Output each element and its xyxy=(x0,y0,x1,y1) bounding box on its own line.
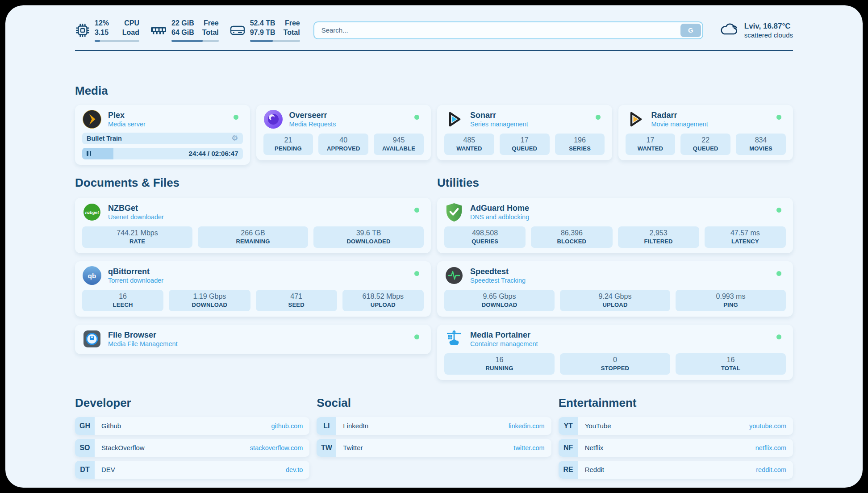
stat-box: 471 SEED xyxy=(256,290,337,311)
link-badge: GH xyxy=(75,417,95,435)
overseerr-icon xyxy=(263,109,283,129)
cpu-label: CPU xyxy=(122,19,139,28)
app-subtitle: Speedtest Tracking xyxy=(470,277,526,284)
cpu-load-label: Load xyxy=(122,28,139,38)
search-engine-button[interactable]: G xyxy=(680,24,701,37)
link-url: stackoverflow.com xyxy=(250,444,303,451)
app-subtitle: Series management xyxy=(470,121,528,128)
stat-box: 16 TOTAL xyxy=(676,353,786,375)
app-title: Plex xyxy=(108,111,146,120)
link-badge: SO xyxy=(75,439,95,457)
nzbget-icon: nzbget xyxy=(82,202,102,222)
app-title: AdGuard Home xyxy=(470,204,529,213)
dashboard-panel: 12% 3.15 CPU Load xyxy=(5,5,863,488)
topbar: 12% 3.15 CPU Load xyxy=(75,19,793,42)
cloud-icon xyxy=(719,22,739,39)
link-badge: DT xyxy=(75,461,95,479)
stat-box: 9.65 Gbps DOWNLOAD xyxy=(444,290,555,311)
status-online-dot xyxy=(414,334,419,339)
stat-box: 744.21 Mbps RATE xyxy=(82,226,192,248)
speedtest-icon xyxy=(444,266,464,285)
link-url: linkedin.com xyxy=(509,422,545,430)
link-group-social: Social LI LinkedIn linkedin.com TW Twitt… xyxy=(317,396,551,461)
link-item-reddit[interactable]: RE Reddit reddit.com xyxy=(559,461,793,479)
stat-box: 0 STOPPED xyxy=(560,353,670,375)
ram-total-label: Total xyxy=(202,28,219,38)
link-item-stackoverflow[interactable]: SO StackOverflow stackoverflow.com xyxy=(75,439,309,457)
section-documents: Documents & Files nzbget NZBGet Usenet d… xyxy=(75,176,431,354)
app-card-portainer[interactable]: Media Portainer Container management 16 … xyxy=(437,325,793,380)
link-item-netflix[interactable]: NF Netflix netflix.com xyxy=(559,439,793,457)
link-name: StackOverflow xyxy=(101,444,145,451)
playback-progress-row: 24:44 / 02:06:47 xyxy=(82,148,243,159)
stat-box: 1.19 Gbps DOWNLOAD xyxy=(169,290,250,311)
app-card-sonarr[interactable]: Sonarr Series management 485 WANTED 17 Q… xyxy=(437,105,612,160)
portainer-icon xyxy=(444,329,464,349)
status-online-dot xyxy=(414,115,419,120)
ram-icon xyxy=(150,25,167,36)
link-url: twitter.com xyxy=(513,444,544,451)
link-item-linkedin[interactable]: LI LinkedIn linkedin.com xyxy=(317,417,551,435)
weather-widget: Lviv, 16.87°C scattered clouds xyxy=(719,22,793,39)
section-title-entertainment: Entertainment xyxy=(559,396,793,410)
app-subtitle: Media server xyxy=(108,121,146,128)
status-online-dot xyxy=(414,271,419,276)
app-card-radarr[interactable]: Radarr Movie management 17 WANTED 22 QUE… xyxy=(618,105,793,160)
stat-box: 0.993 ms PING xyxy=(676,290,786,311)
app-card-speedtest[interactable]: Speedtest Speedtest Tracking 9.65 Gbps D… xyxy=(437,261,793,317)
link-url: dev.to xyxy=(286,466,303,473)
disk-usage-bar xyxy=(250,40,300,42)
radarr-icon xyxy=(626,109,645,129)
cpu-usage-value: 12% xyxy=(95,19,109,28)
status-online-dot xyxy=(596,115,601,120)
app-subtitle: Media File Management xyxy=(108,340,178,347)
link-item-twitter[interactable]: TW Twitter twitter.com xyxy=(317,439,551,457)
app-subtitle: Torrent downloader xyxy=(108,277,163,284)
app-title: Overseerr xyxy=(289,111,336,120)
sonarr-icon xyxy=(444,109,464,129)
ram-free-label: Free xyxy=(202,19,219,28)
status-online-dot xyxy=(414,208,419,213)
ram-total-value: 64 GiB xyxy=(171,28,194,38)
app-card-overseerr[interactable]: Overseerr Media Requests 21 PENDING 40 A… xyxy=(256,105,431,160)
gear-icon: ⚙ xyxy=(231,134,238,142)
link-item-dev[interactable]: DT DEV dev.to xyxy=(75,461,309,479)
status-online-dot xyxy=(776,208,781,213)
section-utilities: Utilities AdGuard Home DNS and xyxy=(437,176,793,380)
link-url: youtube.com xyxy=(749,422,786,430)
app-subtitle: Movie management xyxy=(651,121,708,128)
disk-total-value: 97.9 TB xyxy=(250,28,275,38)
app-card-qbittorrent[interactable]: qb qBittorrent Torrent downloader 16 LEE… xyxy=(75,261,431,317)
app-card-plex[interactable]: Plex Media server Bullet Train ⚙ 24:44 /… xyxy=(75,105,250,165)
app-card-adguard[interactable]: AdGuard Home DNS and adblocking 498,508 … xyxy=(437,198,793,253)
section-title-documents: Documents & Files xyxy=(75,176,431,190)
app-subtitle: Container management xyxy=(470,340,538,347)
app-subtitle: DNS and adblocking xyxy=(470,213,529,221)
app-title: Sonarr xyxy=(470,111,528,120)
stat-box: 21 PENDING xyxy=(263,134,313,155)
stat-box: 17 QUEUED xyxy=(500,134,550,155)
app-card-filebrowser[interactable]: File Browser Media File Management xyxy=(75,325,431,354)
link-group-entertainment: Entertainment YT YouTube youtube.com NF … xyxy=(559,396,793,483)
stat-box: 2,953 FILTERED xyxy=(618,226,699,248)
stat-box: 498,508 QUERIES xyxy=(444,226,526,248)
cpu-stat: 12% 3.15 CPU Load xyxy=(75,19,139,42)
link-name: LinkedIn xyxy=(343,422,368,430)
app-card-nzbget[interactable]: nzbget NZBGet Usenet downloader 744.21 M… xyxy=(75,198,431,253)
link-name: Reddit xyxy=(585,466,604,473)
cpu-usage-bar xyxy=(95,40,139,42)
link-url: github.com xyxy=(271,422,303,430)
plex-icon xyxy=(82,109,102,129)
link-item-github[interactable]: GH Github github.com xyxy=(75,417,309,435)
link-group-developer: Developer GH Github github.com SO StackO… xyxy=(75,396,309,483)
ram-usage-bar xyxy=(171,40,219,42)
search-input[interactable] xyxy=(313,21,703,39)
section-title-social: Social xyxy=(317,396,551,410)
link-item-youtube[interactable]: YT YouTube youtube.com xyxy=(559,417,793,435)
qbittorrent-icon: qb xyxy=(82,266,102,285)
stat-box: 16 LEECH xyxy=(82,290,163,311)
app-title: qBittorrent xyxy=(108,267,163,276)
stat-box: 618.52 Mbps UPLOAD xyxy=(342,290,424,311)
link-badge: TW xyxy=(317,439,336,457)
section-title-media: Media xyxy=(75,84,793,98)
